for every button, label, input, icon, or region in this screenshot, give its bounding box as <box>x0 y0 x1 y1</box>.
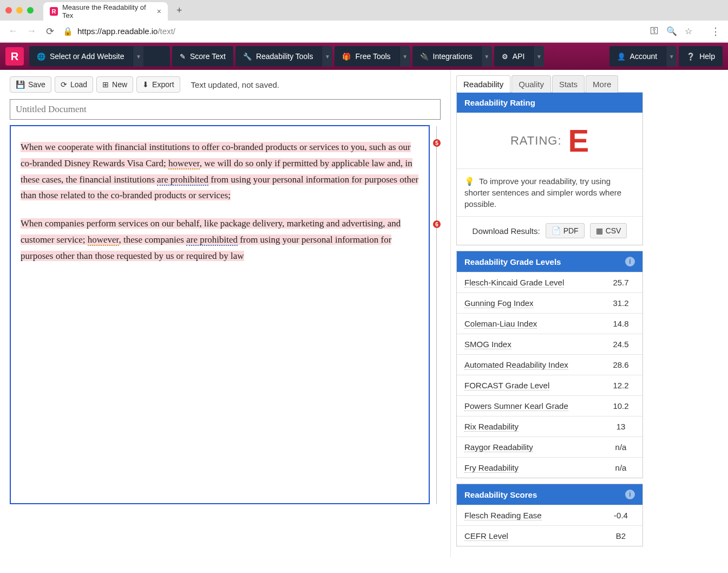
tab-more[interactable]: More <box>586 75 618 93</box>
panel-header: Readability Grade Levels i <box>457 251 642 272</box>
select-website-menu[interactable]: 🌐 Select or Add Website ▼ <box>29 46 170 67</box>
table-row: Coleman-Liau Index14.8 <box>457 314 642 334</box>
table-row: Gunning Fog Index31.2 <box>457 293 642 314</box>
app-navbar: R 🌐 Select or Add Website ▼ ✎ Score Text… <box>0 43 728 70</box>
tab-title: Measure the Readability of Tex <box>62 3 153 19</box>
integrations-menu[interactable]: 🔌 Integrations ▼ <box>412 46 492 67</box>
app-logo[interactable]: R <box>5 47 24 66</box>
gift-icon: 🎁 <box>342 53 351 61</box>
favicon-icon: R <box>50 7 58 16</box>
chevron-down-icon: ▼ <box>666 46 677 67</box>
score-text-button[interactable]: ✎ Score Text <box>172 46 233 67</box>
btn-label: New <box>112 80 127 89</box>
panel-title: Readability Rating <box>464 98 535 107</box>
browser-chrome: R Measure the Readability of Tex × + ← →… <box>0 0 728 43</box>
table-row: Automated Readability Index28.6 <box>457 355 642 375</box>
metric-value: 24.5 <box>599 334 642 355</box>
save-button[interactable]: 💾 Save <box>10 76 51 93</box>
tab-quality[interactable]: Quality <box>511 75 551 93</box>
browser-menu-icon[interactable]: ⋮ <box>711 25 720 37</box>
metric-value: n/a <box>599 458 642 478</box>
grade-table: Flesch-Kincaid Grade Level25.7Gunning Fo… <box>457 272 642 478</box>
nav-label: Free Tools <box>355 52 390 61</box>
document-title-input[interactable] <box>10 99 441 120</box>
info-icon[interactable]: i <box>625 490 635 499</box>
forward-icon[interactable]: → <box>26 25 37 37</box>
close-window-icon[interactable] <box>5 7 12 14</box>
metric-name: Flesch-Kincaid Grade Level <box>464 278 564 288</box>
table-row: SMOG Index24.5 <box>457 334 642 355</box>
export-button[interactable]: ⬇ Export <box>136 76 180 93</box>
zoom-icon[interactable]: 🔍 <box>666 26 677 36</box>
rating-panel: Readability Rating RATING: E 💡 To improv… <box>456 92 643 245</box>
btn-label: Export <box>152 80 174 89</box>
results-pane: Readability Quality Stats More Readabili… <box>450 70 651 557</box>
url-field[interactable]: 🔒 https://app.readable.io/text/ <box>63 27 642 36</box>
metric-value: 12.2 <box>599 375 642 396</box>
new-tab-icon[interactable]: + <box>176 5 182 16</box>
browser-tab[interactable]: R Measure the Readability of Tex × <box>43 2 168 21</box>
text-editor[interactable]: When we cooperate with financial institu… <box>10 125 430 504</box>
table-row: Powers Sumner Kearl Grade10.2 <box>457 396 642 416</box>
download-pdf-button[interactable]: 📄 PDF <box>546 223 585 238</box>
panel-title: Readability Grade Levels <box>464 257 561 266</box>
gear-icon: ⚙ <box>502 53 508 61</box>
url-domain: https://app.readable.io <box>77 27 158 36</box>
file-pdf-icon: 📄 <box>552 226 561 235</box>
issue-badge[interactable]: 5 <box>433 139 441 147</box>
api-menu[interactable]: ⚙ API ▼ <box>494 46 545 67</box>
chevron-down-icon: ▼ <box>399 46 410 67</box>
chevron-down-icon: ▼ <box>322 46 332 67</box>
chevron-down-icon: ▼ <box>481 46 492 67</box>
close-tab-icon[interactable]: × <box>157 7 161 16</box>
panel-title: Readability Scores <box>464 490 537 499</box>
download-csv-button[interactable]: ▦ CSV <box>590 223 627 238</box>
maximize-window-icon[interactable] <box>27 7 34 14</box>
back-icon[interactable]: ← <box>8 25 18 37</box>
metric-value: n/a <box>599 437 642 458</box>
tab-stats[interactable]: Stats <box>552 75 585 93</box>
pencil-icon: ✎ <box>180 53 186 61</box>
load-button[interactable]: ⟳ Load <box>55 76 93 93</box>
metric-name: Rix Readability <box>464 422 519 432</box>
star-icon[interactable]: ☆ <box>685 26 692 36</box>
nav-label: Readability Tools <box>256 52 313 61</box>
table-row: Flesch-Kincaid Grade Level25.7 <box>457 272 642 293</box>
metric-name: Powers Sumner Kearl Grade <box>464 401 568 411</box>
minimize-window-icon[interactable] <box>16 7 23 14</box>
free-tools-menu[interactable]: 🎁 Free Tools ▼ <box>335 46 410 67</box>
download-row: Download Results: 📄 PDF ▦ CSV <box>457 216 642 245</box>
tab-readability[interactable]: Readability <box>456 75 510 93</box>
metric-name: Gunning Fog Index <box>464 298 534 308</box>
readability-tools-menu[interactable]: 🔧 Readability Tools ▼ <box>235 46 333 67</box>
metric-name: Automated Readability Index <box>464 360 568 370</box>
key-icon[interactable]: ⚿ <box>650 26 659 36</box>
nav-label: API <box>513 52 525 61</box>
metric-value: 25.7 <box>599 272 642 293</box>
table-row: Fry Readabilityn/a <box>457 458 642 478</box>
new-button[interactable]: ⊞ New <box>96 76 133 93</box>
metric-value: -0.4 <box>599 505 642 526</box>
chevron-down-icon: ▼ <box>133 46 143 67</box>
metric-name: Raygor Readability <box>464 442 533 452</box>
nav-label: Account <box>630 52 658 61</box>
reload-icon[interactable]: ⟳ <box>44 25 55 37</box>
issue-gutter: 5 6 <box>433 125 441 504</box>
table-row: Rix Readability13 <box>457 416 642 437</box>
issue-badge[interactable]: 6 <box>433 220 441 228</box>
nav-label: Integrations <box>433 52 473 61</box>
paragraph: When companies perform services on our b… <box>21 216 419 264</box>
metric-value: 14.8 <box>599 314 642 334</box>
globe-icon: 🌐 <box>37 53 45 61</box>
btn-label: Load <box>70 80 87 89</box>
rating-letter: E <box>568 123 589 158</box>
btn-label: Save <box>28 80 45 89</box>
metric-name: SMOG Index <box>464 340 511 349</box>
tip-text: To improve your readability, try using s… <box>464 177 621 209</box>
user-icon: 👤 <box>617 53 626 61</box>
help-button[interactable]: ❔ Help <box>679 46 723 67</box>
info-icon[interactable]: i <box>625 257 635 266</box>
table-row: Raygor Readabilityn/a <box>457 437 642 458</box>
editor-pane: 💾 Save ⟳ Load ⊞ New ⬇ Export Text update… <box>0 70 450 557</box>
account-menu[interactable]: 👤 Account ▼ <box>609 46 677 67</box>
